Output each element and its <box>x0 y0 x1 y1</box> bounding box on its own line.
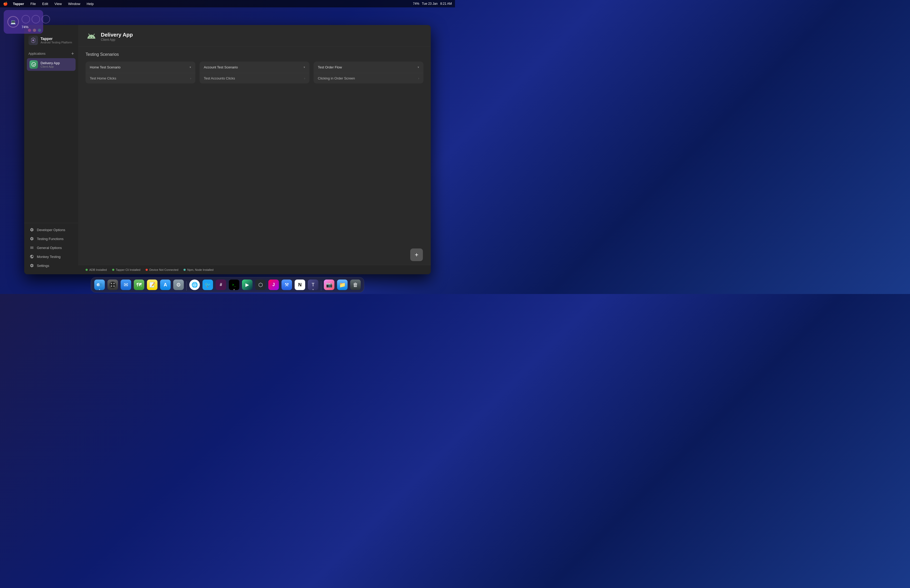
svg-point-8 <box>111 286 112 287</box>
dock-item-androidstudio[interactable]: ▶ <box>241 279 253 291</box>
svg-text::): :) <box>97 284 99 286</box>
dock-item-notes[interactable]: 📝 <box>146 279 158 291</box>
svg-point-0 <box>32 39 34 41</box>
chevron-right-icon-order: › <box>418 77 419 80</box>
nav-settings[interactable]: Settings <box>27 261 76 270</box>
menubar-app-name[interactable]: Tapper <box>12 1 25 6</box>
dock-item-notion[interactable]: N <box>294 279 306 291</box>
testing-functions-icon <box>29 236 34 241</box>
scenario-card-account-header[interactable]: Account Test Scenario ▾ <box>200 61 309 73</box>
status-npm-node: Npm, Node Installed <box>184 268 213 271</box>
scenario-card-home: Home Test Scenario ▾ Test Home Clicks › <box>86 61 196 84</box>
scenario-item-home-clicks[interactable]: Test Home Clicks › <box>86 73 196 84</box>
dock-item-tapper[interactable]: T <box>307 279 319 291</box>
nav-testing-functions[interactable]: Testing Functions <box>27 234 76 243</box>
sidebar-app-name: Tapper <box>40 37 72 41</box>
sidebar-nav: Developer Options Testing Functions Gene… <box>24 223 78 274</box>
add-icon: + <box>415 251 419 258</box>
menubar-help[interactable]: Help <box>86 1 95 6</box>
dock-item-slack[interactable]: # <box>215 279 227 291</box>
status-label-npm-node: Npm, Node Installed <box>187 268 213 271</box>
settings-icon <box>29 263 34 268</box>
chevron-down-icon-home: ▾ <box>189 66 191 69</box>
menubar-edit[interactable]: Edit <box>41 1 49 6</box>
developer-options-label: Developer Options <box>37 228 65 232</box>
chevron-down-icon-account: ▾ <box>304 66 305 69</box>
status-dot-device <box>145 269 148 271</box>
sidebar-header: Tapper Android Testing Platform <box>24 36 78 50</box>
notes-icon: 📝 <box>147 279 157 290</box>
menubar-view[interactable]: View <box>53 1 63 6</box>
settings-dock-icon: ⚙ <box>173 279 184 290</box>
add-application-button[interactable]: + <box>71 51 74 56</box>
dock-item-chrome[interactable]: 🌐 <box>189 279 200 291</box>
delivery-app-text: Delivery App Client App <box>40 61 60 68</box>
app-header-name: Delivery App <box>101 32 133 38</box>
dock-item-photos[interactable]: 📷 <box>323 279 335 291</box>
menubar-time: 8:21 AM <box>440 2 452 5</box>
nav-developer-options[interactable]: Developer Options <box>27 225 76 234</box>
dock-item-files[interactable]: 📁 <box>336 279 348 291</box>
settings-label: Settings <box>37 264 49 268</box>
general-options-label: General Options <box>37 246 62 250</box>
sidebar-item-delivery-app[interactable]: Delivery App Client App <box>27 58 76 71</box>
trash-icon: 🗑 <box>350 279 361 290</box>
dock-item-jetbrains[interactable]: J <box>268 279 280 291</box>
general-options-icon <box>29 245 34 250</box>
svg-point-9 <box>113 286 115 287</box>
nav-general-options[interactable]: General Options <box>27 243 76 252</box>
scenario-card-home-title: Home Test Scenario <box>90 65 121 69</box>
add-scenario-button[interactable]: + <box>410 249 423 261</box>
dock-item-settings[interactable]: ⚙ <box>173 279 184 291</box>
dock-item-trash[interactable]: 🗑 <box>350 279 361 291</box>
dock-item-finder[interactable]: :) <box>94 279 105 291</box>
scenario-card-home-header[interactable]: Home Test Scenario ▾ <box>86 61 196 73</box>
tapper-dock-icon: T <box>308 279 318 290</box>
dock-item-github[interactable]: ⬡ <box>255 279 266 291</box>
app-window: Tapper Android Testing Platform Applicat… <box>24 25 431 274</box>
testing-functions-label: Testing Functions <box>37 237 63 241</box>
status-label-adb: ADB Installed <box>89 268 107 271</box>
main-content: Delivery App Client App Testing Scenario… <box>78 25 431 274</box>
terminal-icon: >_ <box>229 279 239 290</box>
scenarios-title: Testing Scenarios <box>86 52 423 57</box>
scenario-item-account-clicks[interactable]: Test Accounts Clicks › <box>200 73 309 84</box>
dock-item-maps[interactable]: 🗺 <box>133 279 145 291</box>
dock-item-launchpad[interactable] <box>107 279 118 291</box>
nav-monkey-testing[interactable]: Monkey Testing <box>27 252 76 261</box>
dock-item-terminal[interactable]: >_ <box>228 279 240 291</box>
scenario-item-account-label: Test Accounts Clicks <box>204 76 235 80</box>
chevron-right-icon-home: › <box>190 77 191 80</box>
delivery-app-icon <box>29 60 38 69</box>
status-dot-npm-node <box>184 269 186 271</box>
dock-item-mail[interactable]: ✉ <box>120 279 132 291</box>
app-list: Delivery App Client App <box>24 58 78 71</box>
dock-item-appstore[interactable]: A <box>160 279 171 291</box>
menubar-file[interactable]: File <box>29 1 37 6</box>
battery-circle: 💻 <box>7 16 19 27</box>
svg-point-5 <box>110 282 116 288</box>
launchpad-icon <box>107 279 118 290</box>
battery-widget: 💻 74% <box>4 10 43 34</box>
svg-point-6 <box>111 283 112 284</box>
dock-item-twitter[interactable]: 🐦 <box>202 279 213 291</box>
github-icon: ⬡ <box>255 279 266 290</box>
applications-label: Applications <box>28 52 45 55</box>
finder-badge <box>99 289 100 290</box>
scenario-item-order-clicks[interactable]: Clicking in Order Screen › <box>314 73 423 84</box>
sidebar-app-subtitle: Android Testing Platform <box>40 41 72 44</box>
circle-1 <box>22 15 30 23</box>
sidebar: Tapper Android Testing Platform Applicat… <box>24 25 78 274</box>
menubar-window[interactable]: Window <box>67 1 81 6</box>
chevron-right-icon-account: › <box>304 77 305 80</box>
apple-menu[interactable]: 🍎 <box>3 2 8 6</box>
delivery-app-name: Delivery App <box>40 61 60 65</box>
dock-item-xcode[interactable]: ⚒ <box>281 279 293 291</box>
scenario-card-account-title: Account Test Scenario <box>204 65 238 69</box>
chevron-down-icon-order: ▾ <box>418 66 419 69</box>
mail-icon: ✉ <box>121 279 131 290</box>
scenario-item-order-label: Clicking in Order Screen <box>318 76 355 80</box>
scenario-card-order-header[interactable]: Test Order Flow ▾ <box>314 61 423 73</box>
menubar-battery: 74% <box>413 2 419 5</box>
circle-2 <box>32 15 40 23</box>
